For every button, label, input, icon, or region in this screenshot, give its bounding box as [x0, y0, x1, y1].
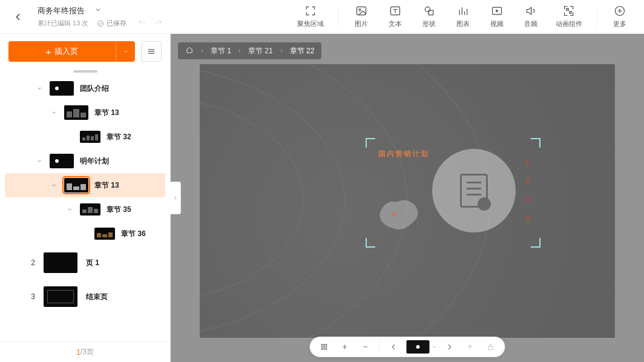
- svg-point-4: [425, 7, 430, 12]
- insert-page-button[interactable]: + 插入页: [8, 41, 116, 62]
- slide-selector[interactable]: [407, 340, 437, 354]
- chevron-down-icon[interactable]: [35, 85, 44, 91]
- slide-thumb: [94, 228, 115, 240]
- canvas-stage[interactable]: 章节 1 章节 21 章节 22 国内营销计划: [171, 34, 644, 362]
- collapse-sidebar-button[interactable]: [170, 182, 181, 214]
- slide-thumb: [44, 286, 77, 307]
- undo-button[interactable]: [137, 19, 146, 28]
- circle-graphic: [432, 149, 516, 232]
- prev-slide-button[interactable]: [386, 339, 402, 355]
- tool-focus-area[interactable]: 聚焦区域: [289, 5, 332, 28]
- outline-page-end[interactable]: 3 结束页: [5, 280, 165, 314]
- slide-thumb: [80, 131, 100, 143]
- chevron-down-icon[interactable]: [50, 110, 58, 116]
- tool-more[interactable]: 更多: [603, 5, 637, 28]
- document-title[interactable]: 商务年终报告: [38, 5, 85, 16]
- drag-handle[interactable]: [73, 70, 97, 73]
- slide-thumb: [64, 105, 88, 120]
- svg-point-14: [326, 346, 327, 347]
- breadcrumb-item[interactable]: 章节 1: [211, 46, 231, 56]
- doc-title-chevron-icon[interactable]: [94, 6, 102, 15]
- svg-point-17: [326, 349, 327, 350]
- page-indicator: 1/3页: [0, 341, 170, 362]
- saved-status: 已保存: [97, 19, 126, 28]
- up-level-button[interactable]: [462, 339, 478, 355]
- zoom-in-button[interactable]: [337, 339, 353, 355]
- back-button[interactable]: [5, 0, 31, 34]
- svg-point-13: [324, 346, 325, 347]
- outline-item-chapter-13b[interactable]: 章节 13: [5, 173, 165, 197]
- chevron-down-icon[interactable]: [65, 206, 74, 212]
- outline-item-team-intro[interactable]: 团队介绍: [5, 76, 165, 100]
- slide-thumb: [50, 154, 74, 168]
- svg-point-12: [321, 346, 323, 347]
- tool-audio[interactable]: 音频: [514, 5, 548, 28]
- slide-preview[interactable]: 国内营销计划 1 2 3 4: [200, 64, 615, 338]
- tool-video[interactable]: 视频: [480, 5, 514, 28]
- outline-view-toggle[interactable]: [141, 41, 162, 62]
- plus-icon: +: [46, 47, 51, 56]
- bottom-toolbar: [310, 337, 505, 357]
- svg-point-15: [321, 349, 323, 350]
- outline-item-chapter-13a[interactable]: 章节 13: [5, 100, 165, 125]
- insert-page-dropdown[interactable]: [116, 41, 135, 62]
- chevron-right-icon: [279, 47, 284, 55]
- lock-button[interactable]: [483, 339, 499, 355]
- breadcrumb-current: 章节 22: [290, 46, 315, 56]
- focus-frame[interactable]: 国内营销计划 1 2 3 4: [366, 138, 540, 248]
- svg-point-2: [359, 9, 361, 11]
- svg-point-16: [324, 349, 325, 350]
- slide-thumb: [50, 81, 74, 96]
- tool-shape[interactable]: 形状: [412, 5, 446, 28]
- svg-point-9: [321, 344, 323, 346]
- svg-point-11: [326, 344, 327, 346]
- svg-point-10: [324, 344, 325, 346]
- chevron-down-icon[interactable]: [50, 182, 58, 188]
- slide-thumb: [64, 178, 88, 193]
- slide-list-numbers: 1 2 3 4: [526, 153, 533, 228]
- breadcrumb-item[interactable]: 章节 21: [248, 46, 273, 56]
- chevron-down-icon[interactable]: [35, 158, 44, 164]
- tool-image[interactable]: 图片: [344, 5, 378, 28]
- slide-thumb: [44, 252, 77, 273]
- next-slide-button[interactable]: [442, 339, 458, 355]
- grid-view-button[interactable]: [317, 339, 332, 355]
- china-map-graphic: [375, 189, 424, 239]
- document-icon: [460, 174, 488, 208]
- zoom-out-button[interactable]: [358, 339, 373, 355]
- current-slide-mini-thumb: [407, 340, 430, 354]
- svg-point-8: [393, 213, 395, 216]
- redo-button[interactable]: [154, 19, 163, 28]
- tool-anim-component[interactable]: 动画组件: [548, 5, 590, 28]
- breadcrumb-home[interactable]: [185, 46, 194, 56]
- tool-text[interactable]: 文本: [378, 5, 412, 28]
- svg-rect-18: [488, 346, 493, 349]
- svg-point-0: [98, 21, 104, 26]
- tool-chart[interactable]: 图表: [446, 5, 480, 28]
- outline-item-chapter-32[interactable]: 章节 32: [5, 125, 165, 149]
- chevron-right-icon: [237, 47, 242, 55]
- chevron-right-icon: [200, 47, 205, 55]
- slide-thumb: [80, 203, 100, 216]
- outline-item-chapter-35[interactable]: 章节 35: [5, 197, 165, 222]
- edit-count-label: 累计已编辑 13 次: [38, 19, 88, 28]
- svg-rect-1: [357, 7, 366, 15]
- breadcrumb: 章节 1 章节 21 章节 22: [178, 42, 321, 59]
- slide-title: 国内营销计划: [378, 149, 429, 159]
- outline-page-1[interactable]: 2 页 1: [5, 246, 165, 280]
- outline-item-chapter-36[interactable]: 章节 36: [5, 222, 165, 246]
- outline-item-next-year-plan[interactable]: 明年计划: [5, 149, 165, 173]
